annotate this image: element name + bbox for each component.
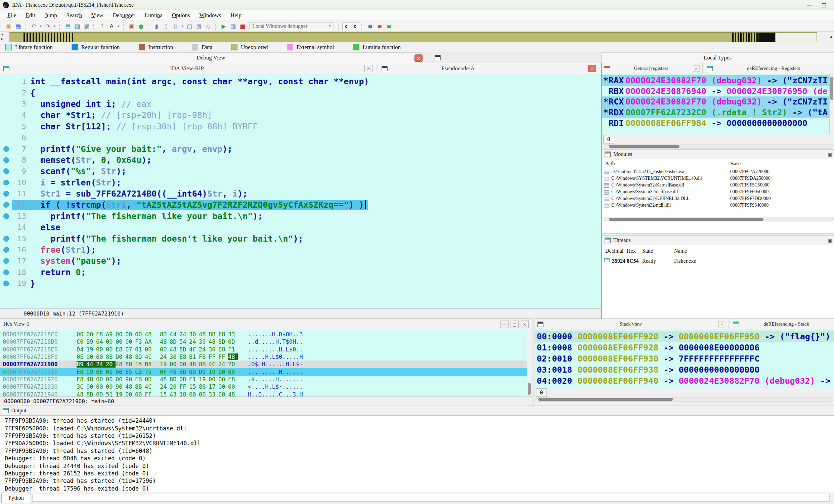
code-line[interactable]: 4 char *Str1; // [rsp+20h] [rbp-98h] xyxy=(0,110,601,120)
hex-byte[interactable]: 00 xyxy=(115,376,125,383)
hex-byte[interactable]: 00 xyxy=(218,369,228,375)
pause-process-icon[interactable]: ▥ xyxy=(229,22,238,30)
hex-byte[interactable]: E8 xyxy=(76,376,86,383)
code-line[interactable]: 14 else xyxy=(0,222,601,233)
start-process-icon[interactable]: ▶ xyxy=(219,22,228,30)
hex-byte[interactable]: 00 xyxy=(96,346,106,353)
modules-col-base[interactable]: Base xyxy=(730,160,741,167)
save-file-icon[interactable]: ▦ xyxy=(14,22,22,30)
hex-byte[interactable]: 8D xyxy=(125,361,135,368)
hex-byte[interactable]: 8D xyxy=(135,353,145,360)
hex-row[interactable]: 00007FF62A72190089442420488D15B519000048… xyxy=(0,360,532,368)
hex-byte[interactable]: 0D xyxy=(228,338,238,345)
hex-byte[interactable]: D0 xyxy=(115,353,125,360)
functions-window-icon[interactable]: ▤ xyxy=(64,22,72,30)
hex-byte[interactable]: 00 xyxy=(115,331,125,338)
navband-right-icon[interactable]: ▸ xyxy=(1,37,3,41)
graph-icon[interactable]: ▧ xyxy=(195,22,203,30)
hex-byte[interactable]: 4C xyxy=(189,346,199,353)
hex-byte[interactable]: D4 xyxy=(76,346,86,353)
hex-byte[interactable]: 00 xyxy=(76,331,86,338)
hex-byte[interactable]: E8 xyxy=(96,331,106,338)
hex-byte[interactable]: 8D xyxy=(179,346,189,353)
jump-forward-icon[interactable]: ↷ xyxy=(43,22,52,30)
hex-byte[interactable]: 00 xyxy=(160,346,170,353)
code-line[interactable]: 9 scanf("%s", Str); xyxy=(0,166,601,177)
breakpoint-dot[interactable] xyxy=(3,202,9,207)
close-icon[interactable]: × xyxy=(588,65,596,72)
hex-byte[interactable]: 30 xyxy=(199,338,208,345)
menu-search[interactable]: Search xyxy=(62,12,87,19)
breakpoint-gutter[interactable] xyxy=(0,269,12,275)
jump-forward-dropdown-icon[interactable]: ▾ xyxy=(53,22,57,30)
menu-lumina[interactable]: Lumina xyxy=(140,12,167,19)
menu-edit[interactable]: Edit xyxy=(21,12,40,19)
hex-byte[interactable]: F8 xyxy=(218,331,228,338)
hex-byte[interactable]: FF xyxy=(208,353,218,360)
registers-hscrollbar[interactable] xyxy=(602,144,834,149)
compile-script2-icon[interactable]: c xyxy=(351,22,359,30)
hex-byte[interactable]: 00 xyxy=(106,338,115,345)
registers-hscroll-thumb[interactable] xyxy=(609,145,680,148)
list-views-blue-icon[interactable]: ≡ xyxy=(366,22,374,30)
hex-byte[interactable]: 24 xyxy=(179,331,189,338)
tab-stack-view[interactable]: Stack view × xyxy=(535,319,729,329)
hex-byte[interactable]: 19 xyxy=(208,369,218,375)
hex-row[interactable]: 00007FF62A721910E8C90E000085C0750F488D0D… xyxy=(0,368,532,375)
modules-hscrollbar[interactable] xyxy=(602,217,834,221)
list-views-red-icon[interactable]: ≡ xyxy=(375,22,384,30)
hex-byte[interactable]: 15 xyxy=(189,384,199,390)
code-line[interactable]: 10 i = strlen(Str); xyxy=(0,177,601,188)
hex-byte[interactable]: 48 xyxy=(199,331,208,338)
modules-hscroll-thumb[interactable] xyxy=(609,218,764,221)
hex-byte[interactable]: 89 xyxy=(76,361,86,368)
python-input[interactable] xyxy=(32,494,830,502)
jump-back-icon[interactable]: ↶ xyxy=(29,22,38,30)
breakpoint-gutter[interactable] xyxy=(0,202,12,207)
hex-byte[interactable]: 00 xyxy=(125,331,135,338)
hex-byte[interactable]: 48 xyxy=(125,384,135,390)
open-file-icon[interactable]: ▣ xyxy=(4,22,13,30)
hex-byte[interactable]: 24 xyxy=(160,384,170,390)
stack-hscrollbar[interactable] xyxy=(535,397,833,401)
breakpoint-gutter[interactable] xyxy=(0,247,12,253)
hex-byte[interactable]: E8 xyxy=(115,346,125,353)
breakpoint-dot[interactable] xyxy=(3,146,9,152)
module-row[interactable]: C:\Windows\System32\ucrtbase.dll00007FF9… xyxy=(602,189,834,196)
hex-vscrollbar[interactable] xyxy=(527,330,532,396)
text-search-icon[interactable]: A xyxy=(107,22,116,30)
hex-byte[interactable]: 4C xyxy=(208,361,218,368)
code-line[interactable]: 18 return 0; xyxy=(0,267,601,278)
list-views-green-icon[interactable]: ≡ xyxy=(385,22,393,30)
hex-byte[interactable]: F1 xyxy=(228,346,238,353)
code-line[interactable]: 16 free(Str1); xyxy=(0,244,601,255)
stack-row[interactable]: 02:00100000008EF06FF930 -> 7FFFFFFFFFFFF… xyxy=(535,353,834,364)
menu-file[interactable]: File xyxy=(3,12,21,19)
hex-byte[interactable]: 00 xyxy=(125,338,135,345)
hex-byte[interactable]: 48 xyxy=(189,361,199,368)
hex-byte[interactable]: 00 xyxy=(86,331,96,338)
hex-byte[interactable]: AA xyxy=(145,338,154,345)
hex-byte[interactable]: 48 xyxy=(208,338,218,345)
hex-byte[interactable]: 00 xyxy=(115,369,125,375)
hex-byte[interactable]: 8D xyxy=(160,331,170,338)
hex-byte[interactable]: 30 xyxy=(189,331,199,338)
modules-col-path[interactable]: Path xyxy=(605,160,615,167)
hex-byte[interactable]: 00 xyxy=(218,384,228,390)
hex-byte[interactable]: C0 xyxy=(76,338,86,345)
hex-byte[interactable]: 4C xyxy=(145,353,154,360)
hex-byte[interactable]: 24 xyxy=(160,353,170,360)
hex-byte[interactable]: 0F xyxy=(160,369,170,375)
tab-pseudocode-a[interactable]: Pseudocode-A × xyxy=(377,63,601,73)
breakpoint-dot[interactable] xyxy=(3,191,9,197)
hex-row[interactable]: 00007FF62A721920E84B00000090EB0D488D0DE1… xyxy=(0,376,532,383)
close-icon[interactable]: × xyxy=(719,321,725,327)
names-window-icon[interactable]: ▥ xyxy=(73,22,82,30)
hex-byte[interactable]: 00 xyxy=(228,369,238,375)
menu-options[interactable]: Options xyxy=(167,12,195,19)
tab-local-types[interactable]: Local Types xyxy=(601,52,834,63)
hex-byte[interactable]: C9 xyxy=(86,369,96,375)
code-line[interactable]: 3 unsigned int i; // eax xyxy=(0,98,601,110)
hex-byte[interactable]: 8B xyxy=(199,361,208,368)
tab-deref-stack[interactable]: deREferencing - Stack xyxy=(730,319,834,329)
